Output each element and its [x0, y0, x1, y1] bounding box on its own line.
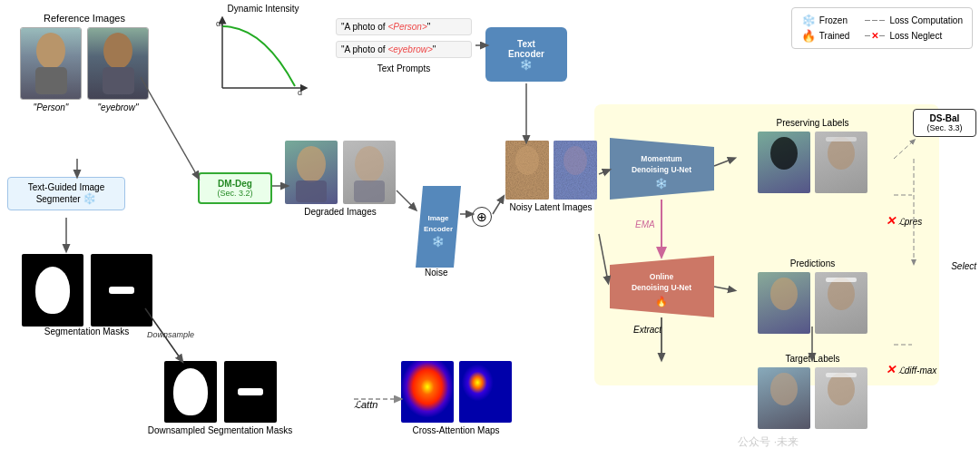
mask-images-container: [7, 254, 166, 327]
dynamic-intensity: Dynamic Intensity αt d: [209, 4, 318, 103]
svg-point-31: [770, 278, 798, 310]
loss-pres-label: ✕ ℒpres: [886, 214, 922, 228]
prompt1-close: ": [427, 22, 431, 32]
svg-point-17: [515, 146, 539, 175]
svg-point-32: [828, 278, 855, 310]
neglect-x-icon: ✕: [871, 31, 878, 41]
prompt-line-1: "A photo of <Person>": [336, 18, 472, 35]
dynamic-intensity-chart: αt d: [209, 15, 309, 97]
cross-attn-section: Cross-Attention Maps: [390, 361, 522, 435]
frozen-label: Frozen: [819, 15, 848, 25]
preserving-face-2: [815, 132, 867, 193]
prompt2-quote: "A photo of: [341, 44, 387, 54]
heatmap-svg-2: [459, 361, 512, 423]
target-title: Target Labels: [733, 354, 892, 364]
reference-images-section: Reference Images "Person": [7, 13, 162, 112]
target-section: Target Labels: [733, 354, 892, 429]
loss-diff-label: ✕ ℒdiff-max: [886, 363, 936, 376]
svg-rect-33: [826, 278, 857, 282]
target-images: [733, 367, 892, 429]
dmdeg-sublabel: (Sec. 3.2): [204, 189, 266, 198]
noisy-label: Noisy Latent Images: [501, 202, 601, 212]
eyebrow-silhouette: [93, 31, 143, 96]
degraded-section: Degraded Images: [281, 141, 399, 217]
seg-masks-label: Segmentation Masks: [7, 327, 166, 336]
eyebrow-label: "eyebrow": [87, 102, 149, 112]
ema-label: EMA: [635, 219, 655, 229]
downsampled-eyebrow-shape: [238, 388, 263, 395]
svg-point-35: [828, 373, 855, 405]
predictions-images: [733, 272, 892, 334]
preserving-img-2: [815, 132, 867, 193]
loss-pres-text: ℒpres: [898, 217, 922, 227]
svg-rect-36: [826, 373, 857, 377]
plus-circle: ⊕: [472, 207, 492, 227]
noisy-img-2: [554, 141, 597, 200]
momentum-unet-container: Momentum Denoising U-Net ❄️: [610, 138, 714, 200]
ref-photo-eyebrow: [87, 27, 149, 100]
dmdeg-label: DM-Deg: [204, 179, 266, 189]
loss-diff-x-icon: ✕: [886, 363, 896, 376]
trained-label: Trained: [819, 31, 850, 41]
loss-comp-dash: [864, 20, 886, 21]
prompt1-token: <Person>: [387, 22, 426, 32]
mask-eyebrow-shape: [109, 287, 134, 294]
svg-text:❄️: ❄️: [432, 235, 445, 248]
legend-frozen: ❄️ Frozen: [801, 14, 850, 27]
preserving-face-1: [758, 132, 810, 193]
svg-rect-9: [296, 180, 327, 202]
noisy-img-1: [505, 141, 549, 200]
plus-icon: ⊕: [476, 210, 487, 224]
downsampled-head-shape: [173, 368, 208, 415]
svg-text:Momentum: Momentum: [641, 154, 682, 163]
text-encoder-frozen-icon: ❄️: [520, 59, 533, 70]
target-img-1: [758, 367, 810, 429]
preserving-img-1: [758, 132, 810, 193]
heatmap-svg-1: [401, 361, 454, 423]
attn-loss-label: ℒattn: [354, 399, 377, 411]
svg-text:Denoising U-Net: Denoising U-Net: [632, 283, 691, 292]
momentum-unet-svg: Momentum Denoising U-Net ❄️: [610, 138, 714, 200]
mask-head-shape: [35, 267, 70, 314]
svg-rect-30: [826, 137, 857, 141]
prompt1-quote: "A photo of: [341, 22, 387, 32]
loss-diff-text: ℒdiff-max: [898, 366, 937, 375]
online-unet-svg: Online Denoising U-Net 🔥: [610, 256, 714, 317]
predictions-img-2: [815, 272, 867, 334]
cross-attn-images: [390, 361, 522, 423]
text-prompts: "A photo of <Person>" "A photo of <eyebr…: [336, 18, 472, 73]
svg-point-0: [36, 33, 65, 69]
prompt-label: Text Prompts: [336, 63, 472, 73]
downsampled-section: Downsampled Segmentation Masks: [141, 361, 299, 435]
svg-text:d: d: [298, 88, 302, 97]
loss-computation-label: Loss Computation: [889, 15, 963, 25]
dmdeg-box: DM-Deg (Sec. 3.2): [198, 172, 272, 204]
text-encoder-box: Text Encoder ❄️: [485, 27, 567, 82]
target-face-2: [815, 367, 867, 429]
seg-masks-section: Segmentation Masks: [7, 254, 166, 340]
legend-trained: 🔥 Trained: [801, 29, 850, 43]
degraded-images-container: [281, 141, 399, 204]
online-unet-container: Online Denoising U-Net 🔥: [610, 256, 714, 317]
svg-point-19: [564, 146, 587, 175]
prompt-line-2: "A photo of <eyebrow>": [336, 41, 472, 58]
noisy-images-container: [501, 141, 601, 200]
svg-point-10: [355, 146, 384, 182]
pred-face-1: [758, 272, 810, 334]
downsampled-images: [141, 361, 299, 423]
loss-neglect-dash: ✕: [864, 31, 886, 41]
ref-photo-person: [20, 27, 82, 100]
svg-text:Online: Online: [650, 272, 674, 281]
loss-neglect-label: Loss Neglect: [889, 31, 942, 41]
eyebrow-bg: [88, 28, 148, 99]
legend: ❄️ Frozen Loss Computation 🔥 Trained ✕ L…: [791, 7, 973, 49]
downsampled-mask-head: [164, 361, 217, 423]
legend-loss-neglect: ✕ Loss Neglect: [864, 29, 963, 43]
frozen-icon: ❄️: [801, 14, 816, 27]
attn-map-2: [459, 361, 512, 423]
segmenter-frozen-icon: ❄️: [83, 192, 96, 205]
svg-text:αt: αt: [216, 19, 223, 28]
text-encoder-label: Text: [508, 39, 544, 49]
legend-loss-comp: Loss Computation: [864, 14, 963, 27]
image-encoder-container: Image Encoder ❄️: [416, 186, 461, 268]
